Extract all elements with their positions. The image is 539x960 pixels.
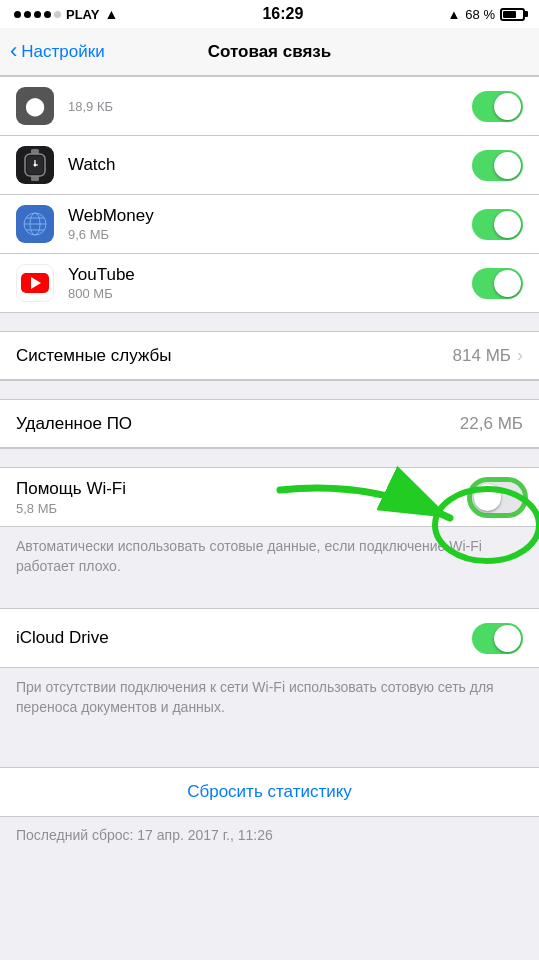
icloud-text: iCloud Drive: [16, 628, 472, 648]
webmoney-title: WebMoney: [68, 206, 472, 226]
youtube-toggle[interactable]: [472, 268, 523, 299]
webmoney-size: 9,6 МБ: [68, 227, 472, 242]
carrier-label: PLAY: [66, 7, 99, 22]
gap2: [0, 381, 539, 399]
page-title: Сотовая связь: [208, 42, 332, 62]
status-left: PLAY ▲: [14, 6, 118, 22]
youtube-row: YouTube 800 МБ: [0, 254, 539, 312]
previous-item-size: 18,9 КБ: [68, 99, 472, 114]
youtube-play-icon: [21, 273, 49, 293]
back-chevron-icon: ‹: [10, 40, 17, 62]
wifi-assist-row: Помощь Wi-Fi 5,8 МБ: [0, 468, 539, 526]
system-services-label: Системные службы: [16, 346, 453, 366]
watch-svg: [22, 149, 48, 181]
back-button[interactable]: ‹ Настройки: [10, 42, 105, 62]
time-label: 16:29: [262, 5, 303, 23]
remote-mgmt-section: Удаленное ПО 22,6 МБ: [0, 399, 539, 449]
webmoney-app-icon: [16, 205, 54, 243]
watch-item-text: Watch: [68, 155, 472, 175]
icloud-description: При отсутствии подключения к сети Wi-Fi …: [0, 668, 539, 731]
previous-item-row: ⬤ 18,9 КБ: [0, 77, 539, 136]
page-wrapper: PLAY ▲ 16:29 ▲ 68 % ‹ Настройки Сотовая …: [0, 0, 539, 857]
webmoney-row: WebMoney 9,6 МБ: [0, 195, 539, 254]
nav-bar: ‹ Настройки Сотовая связь: [0, 28, 539, 76]
wifi-icon: ▲: [104, 6, 118, 22]
previous-item-toggle[interactable]: [472, 91, 523, 122]
reset-section: Сбросить статистику: [0, 767, 539, 817]
battery-pct-label: 68 %: [465, 7, 495, 22]
previous-item-section: ⬤ 18,9 КБ: [0, 76, 539, 313]
gap1: [0, 313, 539, 331]
youtube-item-text: YouTube 800 МБ: [68, 265, 472, 301]
remote-mgmt-label: Удаленное ПО: [16, 414, 460, 434]
remote-mgmt-value: 22,6 МБ: [460, 414, 523, 434]
system-services-chevron-icon: ›: [517, 345, 523, 366]
back-label: Настройки: [21, 42, 104, 62]
reset-label[interactable]: Сбросить статистику: [187, 782, 352, 801]
youtube-app-icon: [16, 264, 54, 302]
wifi-assist-description: Автоматически использовать сотовые данны…: [0, 527, 539, 590]
youtube-title: YouTube: [68, 265, 472, 285]
reset-row[interactable]: Сбросить статистику: [0, 768, 539, 816]
wifi-assist-size: 5,8 МБ: [16, 501, 472, 516]
gap3: [0, 449, 539, 467]
status-bar: PLAY ▲ 16:29 ▲ 68 %: [0, 0, 539, 28]
icloud-section: iCloud Drive: [0, 608, 539, 668]
youtube-size: 800 МБ: [68, 286, 472, 301]
system-services-value: 814 МБ: [453, 346, 511, 366]
webmoney-item-text: WebMoney 9,6 МБ: [68, 206, 472, 242]
last-reset-text: Последний сброс: 17 апр. 2017 г., 11:26: [0, 817, 539, 857]
previous-item-text: 18,9 КБ: [68, 98, 472, 114]
watch-title: Watch: [68, 155, 472, 175]
previous-app-icon: ⬤: [16, 87, 54, 125]
icloud-row: iCloud Drive: [0, 609, 539, 667]
system-services-row[interactable]: Системные службы 814 МБ ›: [0, 332, 539, 380]
wifi-assist-section: Помощь Wi-Fi 5,8 МБ: [0, 467, 539, 527]
watch-toggle[interactable]: [472, 150, 523, 181]
wifi-assist-text: Помощь Wi-Fi 5,8 МБ: [16, 479, 472, 516]
webmoney-svg: [21, 210, 49, 238]
status-right: ▲ 68 %: [447, 7, 525, 22]
watch-app-icon: [16, 146, 54, 184]
gap4: [0, 590, 539, 608]
location-icon: ▲: [447, 7, 460, 22]
wifi-assist-title: Помощь Wi-Fi: [16, 479, 472, 499]
battery-icon: [500, 8, 525, 21]
gap5: [0, 731, 539, 749]
icloud-title: iCloud Drive: [16, 628, 472, 648]
system-services-section: Системные службы 814 МБ ›: [0, 331, 539, 381]
wifi-assist-toggle[interactable]: [472, 482, 523, 513]
signal-dots: [14, 11, 61, 18]
webmoney-toggle[interactable]: [472, 209, 523, 240]
remote-mgmt-row: Удаленное ПО 22,6 МБ: [0, 400, 539, 448]
icloud-toggle[interactable]: [472, 623, 523, 654]
watch-row: Watch: [0, 136, 539, 195]
